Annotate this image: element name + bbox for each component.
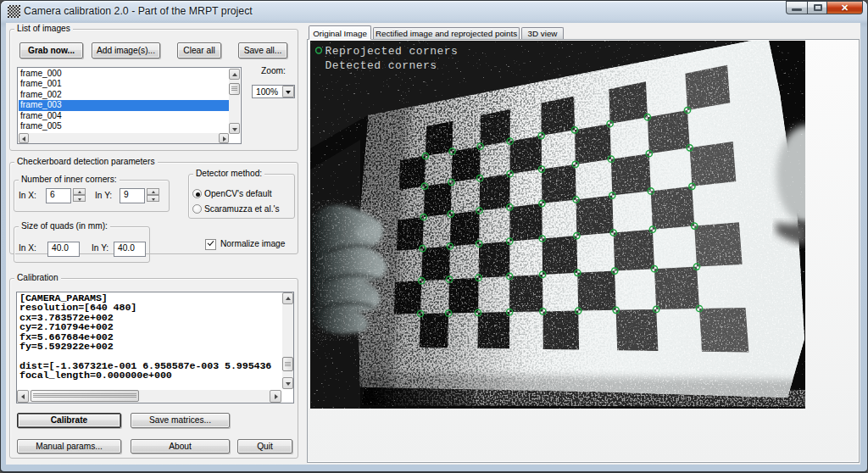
- svg-text:Detected corners: Detected corners: [326, 59, 437, 72]
- svg-text:Reprojected corners: Reprojected corners: [326, 45, 459, 58]
